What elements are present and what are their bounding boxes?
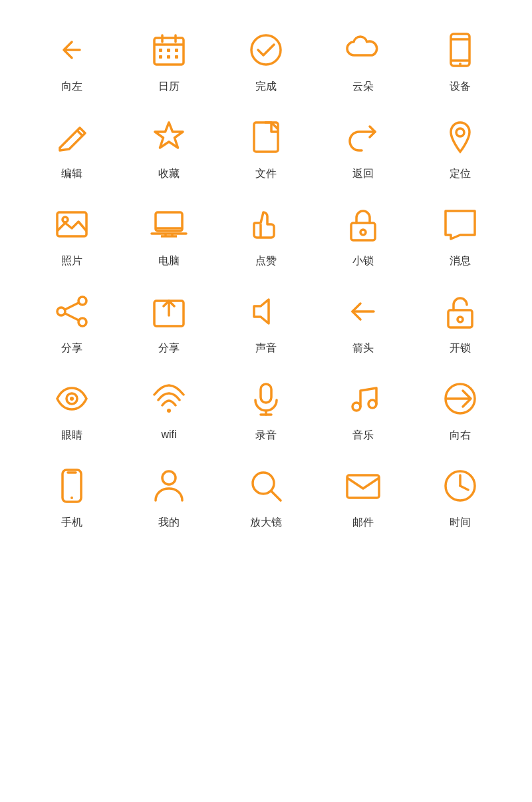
device-icon: 设备 xyxy=(415,27,505,94)
unlock-icon-svg xyxy=(437,288,483,335)
svg-point-40 xyxy=(167,409,171,413)
svg-rect-41 xyxy=(261,384,271,403)
share-box-icon-label: 分享 xyxy=(158,341,180,355)
message-icon-label: 消息 xyxy=(450,254,471,268)
svg-point-48 xyxy=(70,497,73,499)
svg-point-29 xyxy=(57,307,65,315)
svg-rect-7 xyxy=(159,55,162,59)
return-icon-label: 返回 xyxy=(352,167,374,181)
message-icon: 消息 xyxy=(415,201,505,268)
favorite-icon: 收藏 xyxy=(124,114,214,181)
svg-rect-36 xyxy=(448,310,472,327)
mail-icon-label: 邮件 xyxy=(352,516,374,530)
mail-icon-svg xyxy=(340,463,386,509)
share-network-icon-label: 分享 xyxy=(61,341,82,355)
arrow-icon: 箭头 xyxy=(318,288,408,355)
cloud-icon-label: 云朵 xyxy=(352,80,374,94)
cloud-icon: 云朵 xyxy=(318,27,408,94)
message-icon-svg xyxy=(437,201,483,248)
like-icon-svg xyxy=(243,201,289,248)
svg-line-51 xyxy=(271,491,281,501)
like-icon-label: 点赞 xyxy=(255,254,277,268)
back-left-icon: 向左 xyxy=(27,27,117,94)
music-icon: 音乐 xyxy=(318,375,408,443)
wifi-icon: wifi xyxy=(124,375,214,443)
svg-point-49 xyxy=(162,471,176,485)
profile-icon-svg xyxy=(146,463,192,509)
share-box-icon-svg xyxy=(146,288,192,335)
time-icon-label: 时间 xyxy=(450,516,471,530)
arrow-icon-label: 箭头 xyxy=(352,341,374,355)
svg-rect-9 xyxy=(175,55,178,59)
svg-line-55 xyxy=(460,486,468,490)
svg-rect-5 xyxy=(167,49,170,52)
return-icon-svg xyxy=(340,114,386,160)
device-icon-svg xyxy=(437,27,483,73)
arrow-right-icon-label: 向右 xyxy=(450,429,471,443)
time-icon-svg xyxy=(437,463,483,509)
file-icon-label: 文件 xyxy=(255,167,277,181)
location-icon: 定位 xyxy=(415,114,505,181)
svg-point-10 xyxy=(251,35,281,65)
unlock-icon: 开锁 xyxy=(415,288,505,355)
record-icon: 录音 xyxy=(221,375,311,443)
photo-icon-label: 照片 xyxy=(61,254,82,268)
wifi-icon-label: wifi xyxy=(161,429,176,441)
svg-point-27 xyxy=(360,230,366,235)
music-icon-svg xyxy=(340,375,386,422)
svg-point-45 xyxy=(368,400,376,408)
svg-rect-52 xyxy=(347,475,379,498)
profile-icon-label: 我的 xyxy=(158,516,180,530)
photo-icon-svg xyxy=(49,201,95,248)
volume-icon: 声音 xyxy=(221,288,311,355)
svg-rect-8 xyxy=(167,55,170,59)
volume-icon-svg xyxy=(243,288,289,335)
search-icon-label: 放大镜 xyxy=(250,516,282,530)
svg-rect-4 xyxy=(159,49,162,52)
device-icon-label: 设备 xyxy=(450,80,471,94)
eye-icon-svg xyxy=(49,375,95,422)
mail-icon: 邮件 xyxy=(318,463,408,530)
eye-icon-label: 眼睛 xyxy=(61,429,82,443)
share-network-icon-svg xyxy=(49,288,95,335)
favorite-icon-label: 收藏 xyxy=(158,167,180,181)
svg-rect-26 xyxy=(351,223,375,240)
svg-line-31 xyxy=(65,303,78,309)
lock-icon-label: 小锁 xyxy=(352,254,374,268)
computer-icon-label: 电脑 xyxy=(158,254,180,268)
back-left-icon-svg xyxy=(49,27,95,73)
wifi-icon-svg xyxy=(146,375,192,422)
time-icon: 时间 xyxy=(415,463,505,530)
svg-point-39 xyxy=(70,397,74,401)
eye-icon: 眼睛 xyxy=(27,375,117,443)
complete-icon-label: 完成 xyxy=(255,80,277,94)
edit-icon-svg xyxy=(49,114,95,160)
location-icon-svg xyxy=(437,114,483,160)
back-left-icon-label: 向左 xyxy=(61,80,82,94)
complete-icon-svg xyxy=(243,27,289,73)
profile-icon: 我的 xyxy=(124,463,214,530)
share-box-icon: 分享 xyxy=(124,288,214,355)
unlock-icon-label: 开锁 xyxy=(450,341,471,355)
computer-icon: 电脑 xyxy=(124,201,214,268)
music-icon-label: 音乐 xyxy=(352,429,374,443)
svg-point-17 xyxy=(456,128,464,136)
return-icon: 返回 xyxy=(318,114,408,181)
svg-rect-6 xyxy=(175,49,178,52)
lock-icon: 小锁 xyxy=(318,201,408,268)
complete-icon: 完成 xyxy=(221,27,311,94)
record-icon-svg xyxy=(243,375,289,422)
calendar-icon-svg xyxy=(146,27,192,73)
favorite-icon-svg xyxy=(146,114,192,160)
svg-line-32 xyxy=(65,313,78,320)
computer-icon-svg xyxy=(146,201,192,248)
photo-icon: 照片 xyxy=(27,201,117,268)
arrow-right-icon-svg xyxy=(437,375,483,422)
svg-point-44 xyxy=(352,403,360,411)
svg-point-30 xyxy=(78,318,86,326)
like-icon: 点赞 xyxy=(221,201,311,268)
lock-icon-svg xyxy=(340,201,386,248)
svg-point-14 xyxy=(459,63,462,65)
record-icon-label: 录音 xyxy=(255,429,277,443)
location-icon-label: 定位 xyxy=(450,167,471,181)
